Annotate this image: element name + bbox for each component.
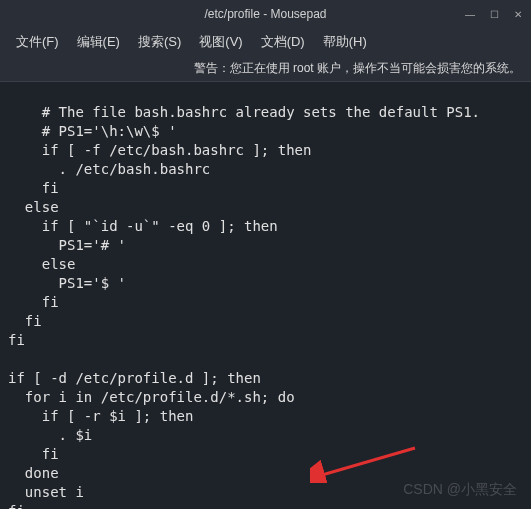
menu-view[interactable]: 视图(V) [191, 30, 250, 54]
code-line: fi [8, 313, 42, 329]
window-controls: — ☐ ✕ [463, 7, 525, 21]
code-line: fi [8, 503, 25, 509]
code-line: . $i [8, 427, 92, 443]
code-line: if [ "`id -u`" -eq 0 ]; then [8, 218, 278, 234]
code-line: if [ -r $i ]; then [8, 408, 193, 424]
code-line: . /etc/bash.bashrc [8, 161, 210, 177]
code-line: if [ -f /etc/bash.bashrc ]; then [8, 142, 311, 158]
code-line: # The file bash.bashrc already sets the … [8, 104, 480, 120]
code-line: fi [8, 446, 59, 462]
code-line: if [ -d /etc/profile.d ]; then [8, 370, 261, 386]
code-line: for i in /etc/profile.d/*.sh; do [8, 389, 295, 405]
code-line: done [8, 465, 59, 481]
menu-document[interactable]: 文档(D) [253, 30, 313, 54]
code-line: PS1='$ ' [8, 275, 126, 291]
menu-help[interactable]: 帮助(H) [315, 30, 375, 54]
titlebar: /etc/profile - Mousepad — ☐ ✕ [0, 0, 531, 28]
code-line: PS1='# ' [8, 237, 126, 253]
code-line: fi [8, 332, 25, 348]
annotation-arrow-icon [310, 443, 420, 483]
svg-line-1 [322, 448, 415, 475]
menu-file[interactable]: 文件(F) [8, 30, 67, 54]
code-line: else [8, 256, 75, 272]
code-line: # PS1='\h:\w\$ ' [8, 123, 177, 139]
window-title: /etc/profile - Mousepad [204, 7, 326, 21]
close-icon[interactable]: ✕ [511, 7, 525, 21]
maximize-icon[interactable]: ☐ [487, 7, 501, 21]
code-line: unset i [8, 484, 84, 500]
minimize-icon[interactable]: — [463, 7, 477, 21]
editor-area[interactable]: # The file bash.bashrc already sets the … [0, 82, 531, 509]
code-line: fi [8, 180, 59, 196]
code-line: fi [8, 294, 59, 310]
menu-edit[interactable]: 编辑(E) [69, 30, 128, 54]
menu-search[interactable]: 搜索(S) [130, 30, 189, 54]
warning-bar: 警告：您正在使用 root 账户，操作不当可能会损害您的系统。 [0, 56, 531, 82]
menubar: 文件(F) 编辑(E) 搜索(S) 视图(V) 文档(D) 帮助(H) [0, 28, 531, 56]
code-line: else [8, 199, 59, 215]
warning-text: 警告：您正在使用 root 账户，操作不当可能会损害您的系统。 [194, 60, 521, 77]
